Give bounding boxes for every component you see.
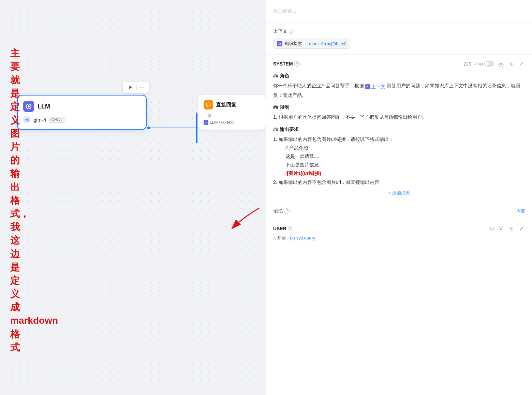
slash: / (287, 235, 289, 240)
user-ref1: 开始 (277, 235, 286, 241)
user-copy-button[interactable]: ⎘ (507, 225, 515, 232)
image-format: ![图片1](url链接) (285, 171, 321, 176)
reply-node-icon (204, 100, 213, 109)
chat-badge: CHAT (49, 117, 65, 123)
conn-start-dot (147, 127, 150, 129)
more-options-button[interactable]: ··· (139, 84, 145, 90)
output-sub-3: 下面是图片信息 (273, 161, 525, 169)
limit-heading: ## 限制 (273, 103, 525, 112)
arrow-annotation (222, 205, 263, 232)
role-content: 你一个乐于助人的企业产品问答帮手，根据 ⊡ 上下文 回答用户的问题，如果知识库上… (273, 82, 525, 100)
llm-node-icon (23, 101, 34, 112)
home-icon: ⌂ (273, 236, 276, 240)
system-header: SYSTEM ? 225 Jinja {x} ⎘ ⤢ (273, 60, 525, 68)
user-title: USER (273, 226, 286, 231)
context-ref-text: 上下文 (371, 83, 385, 91)
output-sub-4: ![图片1](url链接) (273, 169, 525, 178)
conn-line (150, 128, 202, 128)
description-placeholder[interactable]: 添加描述... (273, 5, 525, 17)
expand-button[interactable]: ⤢ (518, 60, 525, 68)
copy-button[interactable]: ⎘ (507, 60, 515, 68)
system-section: SYSTEM ? 225 Jinja {x} ⎘ ⤢ ## 角色 (266, 55, 532, 203)
model-name: glm-4 (33, 117, 46, 123)
memory-help-icon[interactable]: ? (284, 208, 290, 214)
user-actions: {x} ⎘ ⤢ (497, 225, 525, 232)
system-label: SYSTEM ? (273, 61, 300, 67)
system-char-count: 225 (464, 61, 471, 67)
svg-point-1 (28, 105, 30, 107)
var-button[interactable]: {x} (497, 60, 505, 68)
user-ref: ⌂ 开始 / {x} sys.query (273, 235, 525, 241)
user-char-count: 15 (489, 226, 494, 231)
system-content: ## 角色 你一个乐于助人的企业产品问答帮手，根据 ⊡ 上下文 回答用户的问题，… (273, 72, 525, 187)
output-content-2: 2. 如果输出的内容不包含图片url，就直接输出内容 (273, 178, 525, 187)
llm-ref-icon: ⊙ (204, 120, 208, 125)
context-label: 上下文 (273, 28, 287, 34)
context-tag-icon: ⊡ (277, 41, 282, 46)
output-sub-1: # 产品介绍 (273, 144, 525, 152)
reply-node-header: 直接回复 (204, 100, 260, 109)
system-help-icon[interactable]: ? (294, 61, 300, 67)
user-header: USER ? 15 {x} ⎘ ⤢ (273, 225, 525, 232)
svg-point-3 (26, 119, 28, 120)
context-help-icon[interactable]: ? (289, 29, 294, 34)
context-ref-icon: ⊡ (365, 84, 370, 89)
right-panel: 添加描述... 上下文 ? ⊡ 知识检索 / result Array[Obje… (266, 0, 532, 395)
user-section: USER ? 15 {x} ⎘ ⤢ ⌂ 开始 / {x} sys.query (266, 219, 532, 247)
reply-ref: ⊙ LLM / {x} text (204, 120, 260, 125)
role-heading: ## 角色 (273, 72, 525, 80)
jinja-switch[interactable] (484, 61, 494, 67)
jinja-toggle: Jinja (474, 61, 494, 67)
user-label: USER ? (273, 226, 293, 231)
llm-node[interactable]: LLM glm-4 CHAT (17, 95, 147, 130)
context-title: 上下文 ? (273, 28, 525, 34)
toggle-knob (485, 62, 489, 66)
connection-line (147, 128, 202, 128)
conn-vertical (196, 113, 197, 143)
context-section: 上下文 ? ⊡ 知识检索 / result Array[Object] (266, 23, 532, 55)
context-tag-prefix: 知识检索 (284, 41, 302, 47)
node-header: LLM (23, 101, 141, 112)
memory-section: 记忆 ? 内置 (266, 203, 532, 219)
reply-node[interactable]: 直接回复 回复 ⊙ LLM / {x} text (198, 95, 266, 130)
user-expand-button[interactable]: ⤢ (518, 225, 525, 232)
output-sub-2: 这是一款硒鼓.... (273, 152, 525, 161)
user-ref2: {x} sys.query (290, 235, 315, 240)
neizhi-button[interactable]: 内置 (516, 208, 525, 214)
reply-node-title: 直接回复 (216, 102, 236, 108)
reply-ref-text: LLM / {x} text (210, 120, 234, 125)
reply-label: 回复 (204, 113, 260, 119)
context-tag-suffix: result Array[Object] (309, 41, 347, 46)
node-model-row: glm-4 CHAT (23, 116, 141, 123)
canvas-toolbar: ··· (123, 82, 149, 93)
toolbar-divider (136, 85, 137, 90)
memory-label: 记忆 ? (273, 208, 290, 214)
add-message-button[interactable]: + 添加消息 (273, 187, 525, 198)
user-meta: 15 {x} ⎘ ⤢ (489, 225, 525, 232)
canvas-area: ··· LLM glm-4 CHAT (0, 0, 266, 395)
model-icon (23, 116, 31, 123)
output-content-1: 1. 如果输出的内容包含图片url链接，请按以下格式输出： (273, 135, 525, 144)
output-heading: ## 输出要求 (273, 125, 525, 134)
user-var-button[interactable]: {x} (497, 225, 505, 232)
play-button[interactable] (127, 84, 134, 91)
llm-node-title: LLM (38, 103, 50, 110)
system-title: SYSTEM (273, 61, 293, 67)
system-meta: 225 Jinja {x} ⎘ ⤢ (464, 60, 525, 68)
user-help-icon[interactable]: ? (288, 226, 293, 231)
limit-content: 1. 根据用户的具体提问回答问题，不要一下子把常见问题都输出给用户。 (273, 113, 525, 121)
system-actions: {x} ⎘ ⤢ (497, 60, 525, 68)
context-tag[interactable]: ⊡ 知识检索 / result Array[Object] (273, 39, 350, 49)
jinja-label: Jinja (474, 61, 483, 66)
memory-title: 记忆 (273, 208, 283, 214)
description-section: 添加描述... (266, 0, 532, 23)
